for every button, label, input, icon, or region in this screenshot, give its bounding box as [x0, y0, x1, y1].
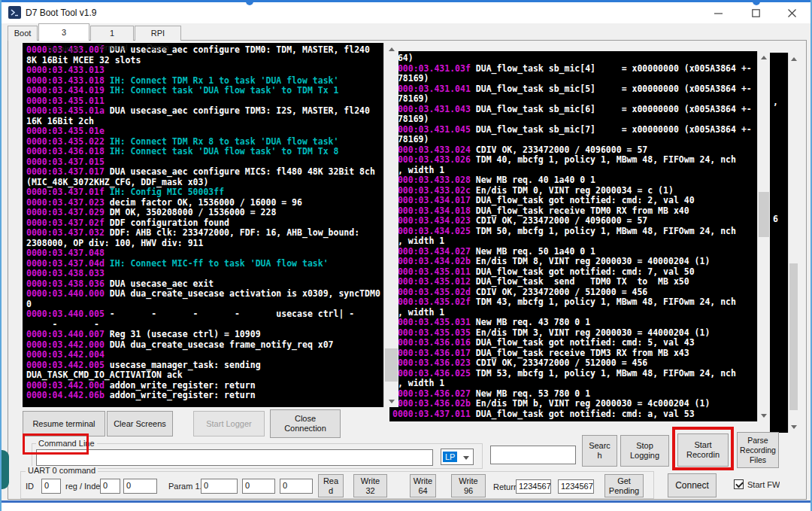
terminal-left-scrollbar[interactable] — [383, 43, 398, 407]
minimize-button[interactable] — [701, 2, 735, 23]
terminal-left: 0000:03.433.00f DUA usecase_aec configur… — [23, 43, 398, 407]
return-label: Return — [493, 482, 517, 491]
tab-rpi-demo[interactable]: RPI Demo — [135, 26, 181, 41]
annotation-box-start-recording — [672, 427, 734, 470]
close-connection-button[interactable]: Close Connection — [270, 409, 341, 438]
scroll-down-icon[interactable] — [789, 421, 798, 433]
scroll-up-icon[interactable] — [789, 53, 798, 65]
scroll-up-icon[interactable] — [758, 51, 770, 63]
search-input[interactable] — [490, 446, 576, 464]
scrollbar-thumb[interactable] — [385, 348, 398, 382]
uart-group-label: UART 0 command — [26, 466, 98, 475]
param-input-2[interactable]: 0 — [242, 479, 275, 494]
terminal-right-scrollbar[interactable] — [757, 51, 770, 421]
parse-recording-files-button[interactable]: Parse Recording Files — [737, 432, 779, 468]
reg-input-2[interactable]: 0 — [123, 479, 157, 494]
command-line-input[interactable] — [36, 449, 433, 466]
overlay-logo-fragment — [0, 450, 9, 489]
start-logger-button[interactable]: Start Logger — [193, 411, 265, 436]
window-title: D7 Boot Tool v1.9 — [26, 8, 97, 18]
search-button[interactable]: Searc h — [582, 435, 617, 467]
maximize-button[interactable] — [738, 2, 773, 23]
clear-screens-button[interactable]: Clear Screens — [107, 411, 173, 436]
connect-button[interactable]: Connect — [668, 473, 717, 497]
write-32-button[interactable]: Write 32 — [353, 474, 387, 497]
start-fw-checkbox[interactable] — [734, 479, 744, 489]
tab-1-terminal[interactable]: 1 Terminal — [90, 26, 134, 41]
tab-3-terminals[interactable]: 3 Terminals — [38, 23, 89, 41]
scrollbar-thumb[interactable] — [789, 263, 798, 410]
param-input-1[interactable]: 0 — [201, 479, 238, 494]
resume-terminal-button[interactable]: Resume terminal — [23, 411, 105, 436]
app-icon — [8, 6, 21, 19]
write-64-button[interactable]: Write 64 — [410, 474, 436, 497]
scroll-up-icon[interactable] — [384, 43, 398, 55]
return-input-1[interactable]: 1234567 — [516, 479, 551, 494]
scroll-down-icon[interactable] — [384, 395, 398, 407]
param-label: Param 1..3 — [168, 482, 201, 491]
lp-dropdown-value: LP — [443, 452, 457, 462]
app-window: D7 Boot Tool v1.9 Boot 3 Terminals 1 Ter… — [0, 0, 812, 511]
scroll-down-icon[interactable] — [758, 409, 770, 421]
titlebar: D7 Boot Tool v1.9 — [2, 2, 810, 23]
get-pending-button[interactable]: Get Pending — [604, 474, 644, 497]
scrollbar-thumb[interactable] — [759, 192, 769, 237]
tab-boot[interactable]: Boot — [8, 26, 38, 41]
window-bottom-border — [2, 500, 810, 503]
terminal-3-scrollbar[interactable] — [788, 53, 798, 433]
annotation-box-command-line — [23, 433, 89, 455]
id-input[interactable]: 0 — [41, 479, 61, 494]
terminal-right: 864)0000:03.431.03f DUA_flow_task sb_mic… — [389, 51, 770, 421]
close-button[interactable] — [774, 2, 809, 23]
reg-index-label: reg / Index — [65, 482, 100, 491]
reg-input-1[interactable]: 0 — [100, 479, 120, 494]
terminal-back-text: ,6 — [770, 53, 788, 433]
read-button[interactable]: Rea d — [318, 474, 344, 497]
stop-logging-button[interactable]: Stop Logging — [620, 435, 669, 467]
id-label: ID — [26, 482, 34, 491]
chevron-down-icon — [463, 456, 469, 460]
annotation-top-line — [2, 0, 812, 2]
terminal-left-screen: 0000:03.433.00f DUA usecase_aec configur… — [23, 43, 383, 407]
lp-dropdown[interactable]: LP — [441, 449, 474, 465]
terminal-right-screen: 864)0000:03.431.03f DUA_flow_task sb_mic… — [389, 51, 757, 421]
start-fw-label: Start FW — [747, 480, 780, 489]
terminal-3: ,6 — [770, 53, 798, 433]
return-input-2[interactable]: 1234567 — [558, 479, 594, 494]
param-input-3[interactable]: 0 — [280, 479, 313, 494]
write-96-button[interactable]: Write 96 — [451, 474, 486, 497]
